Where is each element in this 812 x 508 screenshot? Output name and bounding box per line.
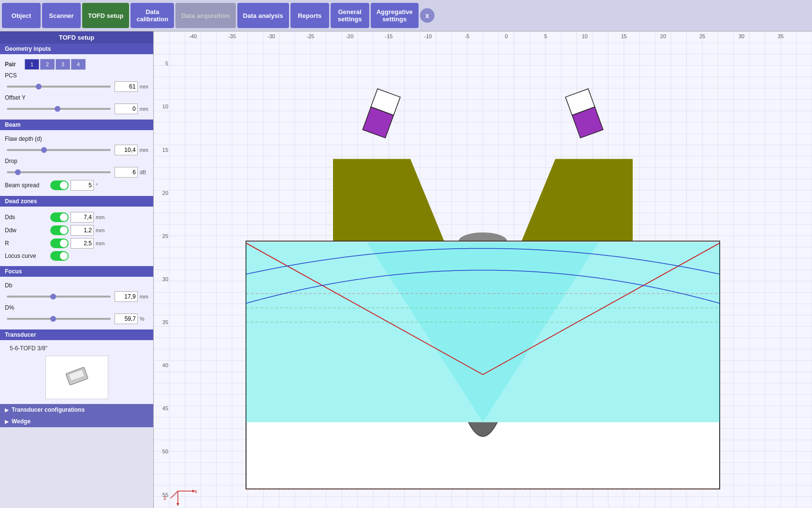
section-focus: Focus — [0, 266, 153, 277]
section-geometry: Geometry inputs — [0, 44, 153, 54]
dpct-label: D% — [5, 304, 48, 311]
nav-data-acquisition[interactable]: Data acquisition — [175, 3, 235, 28]
pair-btn-2[interactable]: 2 — [40, 59, 55, 70]
wedge-label: Wedge — [12, 418, 30, 425]
pcs-row: PCS — [5, 72, 148, 79]
nav-aggregative-settings[interactable]: Aggregative settings — [371, 3, 419, 28]
offset-y-label: Offset Y — [5, 94, 48, 101]
nav-scanner[interactable]: Scanner — [42, 3, 81, 28]
nav-tofd-setup[interactable]: TOFD setup — [82, 3, 129, 28]
drop-input[interactable] — [115, 167, 138, 178]
locus-curve-label: Locus curve — [5, 253, 48, 259]
beam-spread-unit: ° — [96, 182, 104, 188]
dead-zones-content: Dds mm Ddw mm R mm Locus curve — [0, 207, 153, 266]
r-unit: mm — [96, 240, 104, 246]
nav-data-analysis[interactable]: Data analysis — [237, 3, 289, 28]
dds-row: Dds mm — [5, 212, 148, 223]
main-layout: TOFD setup Geometry inputs Pair 1 2 3 4 … — [0, 31, 812, 508]
r-input[interactable] — [71, 238, 94, 249]
pair-btn-3[interactable]: 3 — [56, 59, 70, 70]
beam-spread-input[interactable] — [71, 180, 94, 191]
ddw-unit: mm — [96, 227, 104, 233]
beam-spread-label: Beam spread — [5, 182, 48, 189]
nav-general-settings[interactable]: General settings — [331, 3, 369, 28]
pair-btn-1[interactable]: 1 — [25, 59, 39, 70]
offset-y-unit: mm — [140, 106, 148, 112]
r-row: R mm — [5, 238, 148, 249]
section-beam: Beam — [0, 120, 153, 130]
nav-data-calibration[interactable]: Data calibration — [130, 3, 174, 28]
flaw-depth-slider-row: mm — [5, 145, 148, 155]
pcs-input[interactable]: 61 — [115, 81, 138, 92]
db-label-row: Db — [5, 282, 148, 289]
beam-content: Flaw depth (d) mm Drop dB — [0, 130, 153, 196]
dds-toggle[interactable] — [50, 212, 69, 222]
pcs-label: PCS — [5, 72, 48, 79]
db-unit: mm — [140, 294, 148, 299]
panel-title: TOFD setup — [0, 31, 153, 44]
nav-close[interactable]: x — [420, 8, 435, 23]
flaw-depth-unit: mm — [140, 147, 148, 153]
dds-label: Dds — [5, 214, 48, 221]
drop-label: Drop — [5, 158, 48, 164]
geometry-content: Pair 1 2 3 4 PCS 61 mm Offset Y — [0, 54, 153, 120]
db-slider[interactable] — [7, 296, 111, 298]
offset-y-row: Offset Y — [5, 94, 148, 101]
flaw-depth-input[interactable] — [115, 145, 138, 155]
left-panel: TOFD setup Geometry inputs Pair 1 2 3 4 … — [0, 31, 154, 508]
flaw-depth-slider[interactable] — [7, 149, 111, 151]
section-transducer: Transducer — [0, 329, 153, 340]
db-slider-row: mm — [5, 291, 148, 302]
transducer-content: 5-6-TOFD 3/8" — [0, 340, 153, 404]
top-navigation: Object Scanner TOFD setup Data calibrati… — [0, 0, 812, 31]
dpct-slider-row: % — [5, 314, 148, 324]
db-label: Db — [5, 282, 48, 289]
db-input[interactable] — [115, 291, 138, 302]
beam-spread-toggle[interactable] — [50, 180, 69, 190]
dpct-slider[interactable] — [7, 318, 111, 320]
pair-btn-4[interactable]: 4 — [71, 59, 86, 70]
wedge-arrow: ▶ — [5, 419, 9, 424]
canvas-area — [154, 31, 812, 508]
ddw-toggle[interactable] — [50, 225, 69, 235]
transducer-config-arrow: ▶ — [5, 407, 9, 413]
transducer-icon — [58, 363, 96, 392]
offset-y-slider-row: 0 mm — [5, 104, 148, 114]
dpct-unit: % — [140, 316, 148, 322]
offset-y-input[interactable]: 0 — [115, 104, 138, 114]
transducer-preview — [45, 356, 108, 399]
pcs-slider[interactable] — [7, 86, 111, 88]
pcs-unit: mm — [140, 84, 148, 90]
pcs-slider-row: 61 mm — [5, 81, 148, 92]
drop-slider-row: dB — [5, 167, 148, 178]
visualization-canvas — [154, 31, 812, 508]
focus-content: Db mm D% % — [0, 277, 153, 329]
nav-reports[interactable]: Reports — [290, 3, 329, 28]
transducer-name: 5-6-TOFD 3/8" — [5, 343, 148, 354]
locus-curve-toggle[interactable] — [50, 251, 69, 261]
wedge-row[interactable]: ▶ Wedge — [0, 416, 153, 427]
r-label: R — [5, 240, 48, 247]
pair-label: Pair — [5, 61, 24, 68]
dds-input[interactable] — [71, 212, 94, 223]
drop-unit: dB — [140, 169, 148, 175]
flaw-depth-label: Flaw depth (d) — [5, 135, 48, 142]
r-toggle[interactable] — [50, 239, 69, 248]
transducer-configurations-row[interactable]: ▶ Transducer configurations — [0, 404, 153, 416]
nav-object[interactable]: Object — [2, 3, 41, 28]
locus-curve-row: Locus curve — [5, 251, 148, 261]
drop-slider[interactable] — [7, 171, 111, 173]
dds-unit: mm — [96, 214, 104, 220]
beam-spread-row: Beam spread ° — [5, 180, 148, 191]
section-dead-zones: Dead zones — [0, 196, 153, 207]
ddw-label: Ddw — [5, 227, 48, 234]
drop-label-row: Drop — [5, 158, 148, 164]
ddw-input[interactable] — [71, 225, 94, 236]
ddw-row: Ddw mm — [5, 225, 148, 236]
flaw-depth-label-row: Flaw depth (d) — [5, 135, 148, 142]
pair-selector: Pair 1 2 3 4 — [5, 59, 148, 70]
dpct-input[interactable] — [115, 314, 138, 324]
transducer-config-label: Transducer configurations — [12, 406, 85, 413]
dpct-label-row: D% — [5, 304, 148, 311]
offset-y-slider[interactable] — [7, 108, 111, 110]
